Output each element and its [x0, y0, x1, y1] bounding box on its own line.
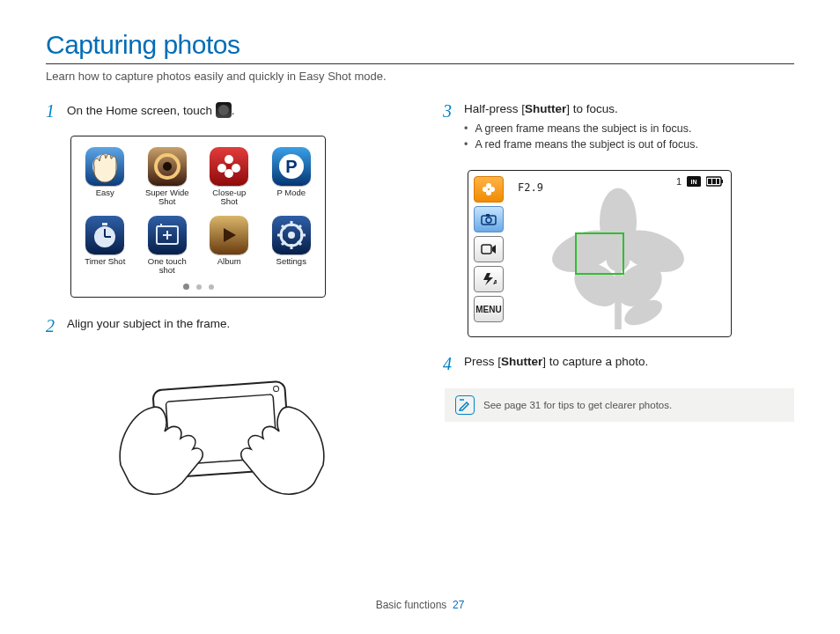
app-easy: Easy — [80, 147, 130, 207]
shutter-word: Shutter — [501, 355, 542, 368]
svg-point-8 — [226, 164, 232, 169]
svg-text:IN: IN — [691, 179, 697, 185]
svg-text:P: P — [285, 157, 297, 176]
p-mode-icon: P — [272, 147, 311, 186]
page-dots — [80, 284, 316, 290]
svg-marker-46 — [483, 273, 493, 285]
app-label: Album — [217, 257, 241, 266]
app-label: Timer Shot — [85, 257, 125, 266]
app-label: P Mode — [276, 188, 306, 197]
column-right: 3 Half-press [Shutter] to focus. A green… — [443, 102, 794, 518]
lcd-macro-icon — [474, 176, 504, 203]
svg-rect-14 — [102, 223, 107, 225]
svg-rect-43 — [486, 214, 490, 217]
step-4-text-a: Press [ — [464, 355, 501, 368]
dot-3 — [209, 284, 214, 290]
dot-1 — [183, 284, 189, 290]
svg-point-42 — [486, 217, 491, 223]
app-label: Close-up Shot — [204, 188, 254, 207]
bullet-focus-green: A green frame means the subject is in fo… — [464, 122, 794, 135]
timer-shot-icon — [85, 216, 124, 254]
svg-marker-45 — [492, 245, 496, 254]
app-label: Settings — [276, 257, 306, 266]
app-super-wide-shot: Super Wide Shot — [143, 147, 193, 207]
svg-point-7 — [225, 169, 233, 178]
battery-icon — [706, 176, 724, 187]
title-rule — [46, 63, 794, 64]
app-album: Album — [204, 216, 254, 276]
memory-icon: IN — [687, 176, 701, 187]
lcd-menu-button: MENU — [474, 296, 504, 322]
step-4-text-b: ] to capture a photo. — [542, 355, 648, 368]
app-close-up-shot: Close-up Shot — [204, 147, 254, 207]
dot-2 — [196, 284, 202, 290]
lcd-photo-icon — [474, 206, 504, 232]
step-1-text-b: . — [232, 104, 235, 117]
svg-point-6 — [232, 164, 240, 173]
step-3: 3 Half-press [Shutter] to focus. A green… — [443, 102, 794, 154]
lcd-shot-count: 1 — [676, 176, 682, 187]
app-settings: Settings — [267, 216, 317, 276]
page-title: Capturing photos — [46, 30, 794, 60]
step-number: 1 — [46, 102, 58, 120]
svg-rect-52 — [708, 179, 711, 184]
close-up-shot-icon — [210, 147, 248, 186]
lcd-fnumber: F2.9 — [518, 181, 543, 194]
app-timer-shot: Timer Shot — [80, 216, 130, 276]
app-label: Super Wide Shot — [143, 188, 193, 207]
touch-hand-icon — [89, 149, 121, 184]
bullet-focus-red: A red frame means the subject is out of … — [464, 138, 794, 151]
step-3-text-b: ] to focus. — [566, 102, 618, 115]
settings-icon — [272, 216, 311, 254]
lcd-flash-icon: A — [474, 266, 504, 292]
step-4: 4 Press [Shutter] to capture a photo. — [443, 355, 794, 372]
footer-section: Basic functions — [376, 599, 447, 611]
camera-holding-illustration — [46, 350, 397, 518]
app-one-touch-shot: One touch shot — [143, 216, 193, 276]
super-wide-shot-icon — [148, 147, 187, 186]
home-screen-panel: Easy Super Wide Shot Close-up Shot — [70, 136, 326, 298]
album-icon — [210, 216, 248, 254]
svg-point-3 — [163, 162, 172, 171]
step-number: 3 — [443, 102, 455, 154]
app-label: Easy — [96, 188, 114, 197]
step-number: 2 — [46, 317, 58, 335]
page-footer: Basic functions 27 — [0, 599, 840, 611]
step-2-text: Align your subject in the frame. — [67, 317, 397, 335]
page-subtitle: Learn how to capture photos easily and q… — [46, 70, 794, 83]
svg-point-40 — [486, 190, 491, 195]
svg-point-26 — [288, 232, 295, 239]
focus-frame — [575, 232, 624, 275]
app-p-mode: P P Mode — [267, 147, 317, 207]
svg-rect-51 — [721, 180, 723, 183]
svg-rect-44 — [482, 245, 491, 254]
lcd-preview-panel: A MENU F2.9 1 IN — [468, 170, 732, 337]
one-touch-shot-icon — [148, 216, 187, 254]
shutter-word: Shutter — [525, 102, 566, 115]
step-1: 1 On the Home screen, touch . — [46, 102, 397, 120]
lcd-video-icon — [474, 236, 504, 262]
home-app-icon — [216, 102, 232, 118]
step-3-text-a: Half-press [ — [464, 102, 525, 115]
step-1-text: On the Home screen, touch — [67, 104, 216, 117]
step-number: 4 — [443, 355, 455, 372]
step-2: 2 Align your subject in the frame. — [46, 317, 397, 335]
note-box: See page 31 for tips to get clearer phot… — [445, 388, 794, 422]
note-text: See page 31 for tips to get clearer phot… — [483, 400, 672, 410]
svg-rect-54 — [717, 179, 719, 184]
note-icon — [455, 395, 475, 415]
svg-point-4 — [225, 155, 233, 164]
footer-page: 27 — [453, 599, 464, 611]
svg-rect-53 — [712, 179, 716, 184]
column-left: 1 On the Home screen, touch . Easy — [46, 102, 397, 518]
svg-marker-16 — [224, 228, 236, 242]
app-label: One touch shot — [143, 257, 193, 276]
svg-point-5 — [217, 164, 226, 173]
easy-icon — [85, 147, 124, 186]
svg-text:A: A — [493, 278, 497, 286]
